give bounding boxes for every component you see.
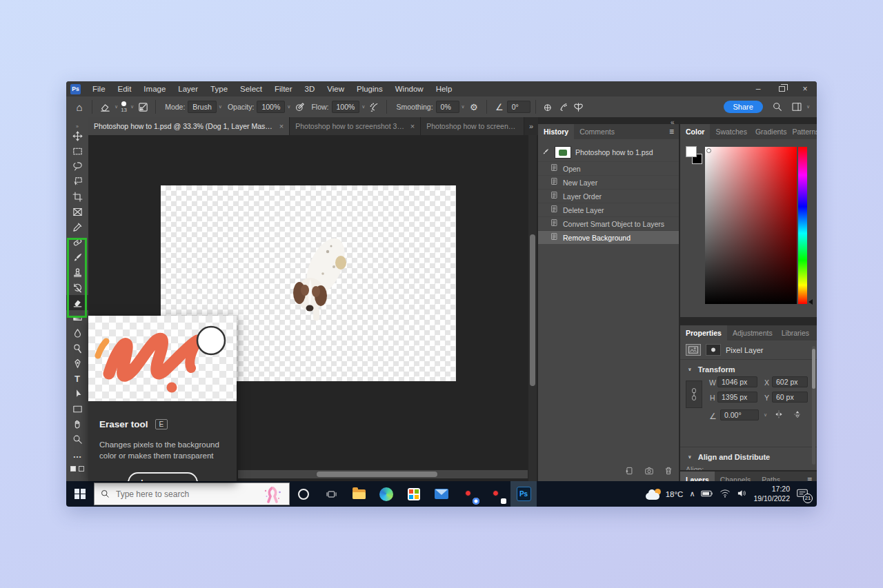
tab-patterns[interactable]: Patterns [789,124,817,139]
menu-item-image[interactable]: Image [137,83,172,95]
smoothing-input[interactable]: 0% [436,101,459,113]
menu-item-window[interactable]: Window [389,83,430,95]
rectangular-marquee-tool[interactable] [66,143,88,159]
frame-tool[interactable] [66,204,88,219]
tab-comments[interactable]: Comments [574,124,620,139]
layer-mask-icon[interactable] [706,344,721,356]
properties-scrollbar[interactable] [812,346,815,465]
hand-tool[interactable] [66,416,88,432]
search-input[interactable] [116,489,233,499]
menu-item-file[interactable]: File [86,83,112,95]
menu-item-edit[interactable]: Edit [112,83,138,95]
menu-item-plugins[interactable]: Plugins [350,83,389,95]
menu-item-layer[interactable]: Layer [172,83,204,95]
lasso-tool[interactable] [66,159,88,174]
flip-vertical-icon[interactable] [791,409,804,420]
tab-gradients[interactable]: Gradients [753,124,790,139]
new-document-from-state-icon[interactable] [625,466,635,478]
history-brush-source-icon[interactable] [541,148,550,157]
cortana-button[interactable] [290,481,317,507]
chat-app-button[interactable] [483,481,510,507]
mail-button[interactable] [428,481,455,507]
edge-button[interactable] [373,481,400,507]
history-snapshot-row[interactable]: Photoshop how to 1.psd [538,143,679,161]
close-tab-icon[interactable]: × [279,122,284,130]
show-hidden-icons-chevron[interactable]: ∧ [689,489,695,498]
microsoft-store-button[interactable] [400,481,428,507]
saturation-brightness-field[interactable] [705,147,797,304]
gradient-tool[interactable] [66,310,88,325]
menu-item-select[interactable]: Select [234,83,268,95]
close-button[interactable]: × [793,81,817,97]
opacity-input[interactable]: 100% [257,101,285,113]
canvas-vertical-scrollbar[interactable] [528,135,537,481]
chevron-down-icon[interactable]: ∨ [806,104,810,110]
close-tab-icon[interactable]: × [410,122,415,130]
action-center-button[interactable]: 21 [796,488,810,500]
height-input[interactable]: 1395 px [717,392,757,403]
restore-button[interactable] [770,81,793,97]
battery-icon[interactable] [701,488,713,500]
chrome-button[interactable] [455,481,483,507]
tab-color[interactable]: Color [680,124,710,139]
history-item[interactable]: Delete Layer [538,203,679,216]
pixel-layer-icon[interactable] [686,344,701,356]
path-selection-tool[interactable] [66,386,88,401]
tab-overflow-icon[interactable]: » [524,117,538,135]
panel-menu-icon[interactable]: ≡ [813,325,817,341]
brush-tool[interactable] [66,250,88,265]
start-button[interactable] [66,481,94,507]
width-input[interactable]: 1046 px [717,376,757,387]
foreground-background-swatches[interactable] [686,146,705,168]
pressure-opacity-icon[interactable] [292,99,307,114]
mode-select[interactable]: Brush [188,101,216,113]
eraser-preset-icon[interactable] [97,99,112,114]
rectangle-tool[interactable] [66,401,88,416]
new-snapshot-icon[interactable] [644,466,654,478]
document-tab-2[interactable]: Photoshop how to screenshot 3.psd × [290,117,421,135]
chevron-down-icon[interactable]: ∨ [764,412,767,418]
foreground-color-swatch[interactable] [686,146,697,157]
color-field-selector[interactable] [706,148,711,153]
gear-icon[interactable]: ⚙ [466,99,482,114]
y-input[interactable]: 60 px [772,392,808,403]
taskbar-search[interactable] [94,483,290,505]
history-item[interactable]: Layer Order [538,189,679,203]
quick-mask-icon[interactable] [79,466,84,472]
angle-input[interactable]: 0.00° [720,409,759,420]
eyedropper-tool[interactable] [66,219,88,234]
zoom-tool[interactable] [66,432,88,447]
crop-tool[interactable] [66,189,88,204]
move-tool[interactable] [66,128,88,143]
object-selection-tool[interactable] [66,174,88,189]
weather-widget[interactable]: 18°C [646,489,684,500]
chevron-down-icon[interactable]: ∨ [219,104,222,110]
flow-input[interactable]: 100% [332,101,360,113]
workspace-switcher-icon[interactable] [789,99,804,114]
menu-item-help[interactable]: Help [430,83,459,95]
tab-adjustments[interactable]: Adjustments [727,325,778,341]
clone-stamp-tool[interactable] [66,265,88,280]
volume-icon[interactable] [737,488,747,500]
hue-slider-marker[interactable] [808,299,813,305]
minimize-button[interactable]: – [746,81,770,97]
scrollbar-thumb[interactable] [530,234,535,386]
chevron-down-icon[interactable]: ∨ [462,104,465,110]
history-item[interactable]: Open [538,161,679,175]
chevron-down-icon[interactable]: ∨ [287,104,290,110]
flip-horizontal-icon[interactable] [772,409,786,420]
link-dimensions-icon[interactable] [686,381,702,408]
foreground-background-swatches[interactable] [70,466,76,472]
tab-libraries[interactable]: Libraries [778,325,813,341]
menu-item-view[interactable]: View [321,83,350,95]
chevron-down-icon[interactable]: ∨ [130,104,134,110]
tab-history[interactable]: History [538,124,574,139]
learn-more-button[interactable]: Learn more [128,472,198,481]
spot-healing-brush-tool[interactable] [66,234,88,250]
history-item-selected[interactable]: Remove Background [538,230,679,244]
airbrush-icon[interactable] [366,99,381,114]
dodge-tool[interactable] [66,341,88,356]
eraser-tool[interactable] [66,295,88,310]
menu-item-3d[interactable]: 3D [299,83,321,95]
tab-swatches[interactable]: Swatches [710,124,753,139]
